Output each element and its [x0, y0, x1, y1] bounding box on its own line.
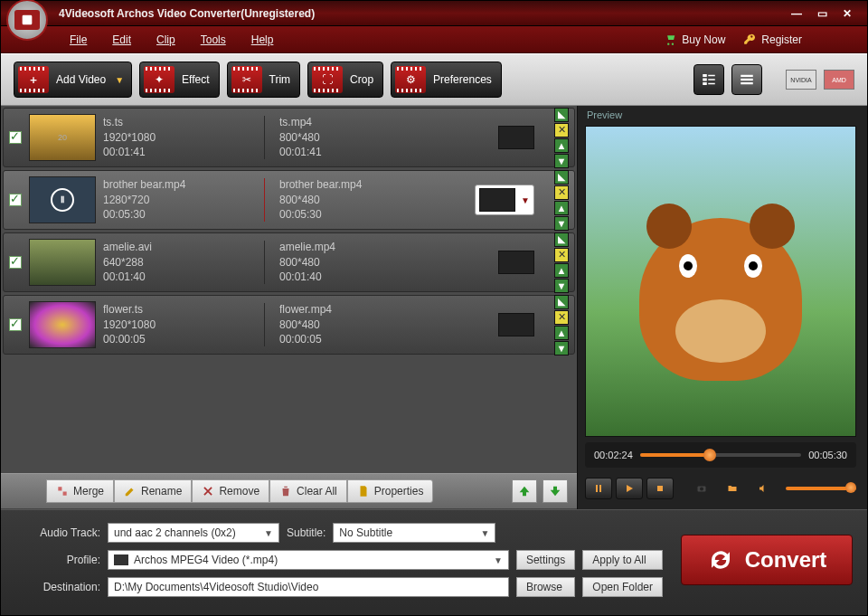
- file-name: brother bear.mp4: [103, 177, 257, 193]
- menu-help[interactable]: Help: [239, 33, 287, 46]
- thumbnail: Ⅱ: [29, 176, 96, 223]
- output-profile-thumb[interactable]: [498, 251, 534, 274]
- thumbnail: [29, 301, 96, 348]
- buy-now-link[interactable]: Buy Now: [655, 33, 734, 46]
- effect-icon: ✦: [144, 66, 175, 93]
- volume-slider[interactable]: [786, 487, 856, 490]
- audiotrack-select[interactable]: und aac 2 channels (0x2)▼: [108, 523, 279, 543]
- menu-tools[interactable]: Tools: [188, 33, 239, 46]
- time-current: 00:02:24: [594, 450, 633, 460]
- menu-edit[interactable]: Edit: [99, 33, 144, 46]
- movedown-icon[interactable]: ▼: [554, 216, 569, 231]
- output-name: ts.mp4: [279, 115, 408, 130]
- profile-select[interactable]: Archos MPEG4 Video (*.mp4) ▼: [108, 550, 509, 570]
- file-row[interactable]: flower.ts 1920*1080 00:00:05 flower.mp4 …: [3, 295, 575, 355]
- key-icon: [743, 33, 756, 46]
- move-down-button[interactable]: [542, 479, 568, 503]
- maximize-button[interactable]: ▭: [813, 6, 831, 21]
- add-video-button[interactable]: ＋ Add Video ▼: [14, 62, 132, 98]
- file-resolution: 1920*1080: [103, 317, 257, 333]
- rename-button[interactable]: Rename: [114, 479, 192, 503]
- destination-input[interactable]: D:\My Documents\4Videosoft Studio\Video: [108, 577, 509, 597]
- output-resolution: 800*480: [279, 317, 408, 333]
- file-name: amelie.avi: [103, 240, 257, 255]
- output-profile-thumb[interactable]: [498, 126, 534, 149]
- view-list-button[interactable]: [731, 64, 762, 95]
- preferences-button[interactable]: ⚙ Preferences: [391, 62, 502, 98]
- menu-clip[interactable]: Clip: [144, 33, 188, 46]
- movedown-icon[interactable]: ▼: [554, 341, 569, 355]
- moveup-icon[interactable]: ▲: [554, 138, 569, 153]
- moveup-icon[interactable]: ▲: [554, 263, 569, 278]
- movedown-icon[interactable]: ▼: [554, 279, 569, 293]
- expand-icon[interactable]: ◣: [554, 295, 569, 309]
- minimize-button[interactable]: —: [788, 6, 806, 21]
- clear-all-button[interactable]: Clear All: [269, 479, 347, 503]
- scissors-icon: ✂: [231, 66, 262, 93]
- audiotrack-label: Audio Track:: [15, 526, 100, 539]
- close-button[interactable]: ✕: [838, 6, 856, 21]
- output-name: amelie.mp4: [279, 240, 408, 255]
- play-button[interactable]: [616, 478, 643, 499]
- thumbnail: 20: [29, 114, 96, 161]
- checkbox[interactable]: [9, 194, 22, 206]
- open-folder-button[interactable]: Open Folder: [582, 577, 663, 597]
- browse-button[interactable]: Browse: [516, 577, 575, 597]
- crop-button[interactable]: ⛶ Crop: [307, 62, 383, 98]
- volume-icon: [750, 478, 777, 499]
- properties-button[interactable]: Properties: [347, 479, 434, 503]
- app-logo: [6, 0, 48, 41]
- subtitle-select[interactable]: No Subtitle▼: [333, 523, 495, 543]
- expand-icon[interactable]: ◣: [554, 170, 569, 185]
- svg-rect-10: [596, 485, 598, 492]
- output-profile-thumb[interactable]: [498, 313, 534, 336]
- expand-icon[interactable]: ◣: [554, 108, 569, 122]
- file-duration: 00:00:05: [103, 332, 257, 347]
- output-name: flower.mp4: [279, 302, 408, 317]
- svg-rect-8: [741, 79, 753, 81]
- file-row[interactable]: amelie.avi 640*288 00:01:40 amelie.mp4 8…: [3, 232, 575, 292]
- movedown-icon[interactable]: ▼: [554, 154, 569, 168]
- output-duration: 00:01:41: [279, 145, 408, 160]
- register-link[interactable]: Register: [734, 33, 811, 46]
- trim-button[interactable]: ✂ Trim: [227, 62, 301, 98]
- time-total: 00:05:30: [808, 450, 847, 460]
- remove-icon[interactable]: ✕: [554, 123, 569, 137]
- chevron-down-icon: ▼: [115, 75, 131, 85]
- menu-file[interactable]: File: [57, 33, 99, 46]
- view-thumbnails-button[interactable]: [693, 64, 724, 95]
- pause-button[interactable]: [585, 478, 612, 499]
- merge-button[interactable]: Merge: [46, 479, 114, 503]
- moveup-icon[interactable]: ▲: [554, 201, 569, 215]
- checkbox[interactable]: [9, 131, 22, 144]
- preview-label: Preview: [578, 106, 867, 126]
- seek-slider[interactable]: [640, 453, 801, 457]
- file-name: flower.ts: [103, 302, 257, 317]
- checkbox[interactable]: [9, 256, 22, 269]
- snapshot-button[interactable]: [688, 478, 715, 499]
- add-icon: ＋: [18, 66, 49, 93]
- svg-rect-3: [703, 82, 707, 85]
- remove-icon[interactable]: ✕: [554, 185, 569, 200]
- move-up-button[interactable]: [512, 479, 537, 503]
- remove-icon[interactable]: ✕: [554, 310, 569, 325]
- timeline[interactable]: 00:02:24 00:05:30: [585, 442, 856, 468]
- remove-button[interactable]: Remove: [192, 479, 269, 503]
- output-duration: 00:00:05: [279, 332, 408, 347]
- remove-icon[interactable]: ✕: [554, 248, 569, 262]
- convert-button[interactable]: Convert: [681, 535, 853, 585]
- thumbnail: [29, 239, 96, 286]
- settings-button[interactable]: Settings: [516, 550, 575, 570]
- output-profile-selector[interactable]: ▼: [475, 185, 534, 215]
- file-row[interactable]: 20 ts.ts 1920*1080 00:01:41 ts.mp4 800*4…: [3, 108, 575, 167]
- expand-icon[interactable]: ◣: [554, 232, 569, 247]
- open-folder-button[interactable]: [719, 478, 746, 499]
- moveup-icon[interactable]: ▲: [554, 326, 569, 340]
- effect-button[interactable]: ✦ Effect: [139, 62, 219, 98]
- output-resolution: 800*480: [279, 193, 408, 208]
- file-row[interactable]: Ⅱ brother bear.mp4 1280*720 00:05:30 bro…: [3, 170, 575, 230]
- stop-button[interactable]: [646, 478, 674, 499]
- apply-all-button[interactable]: Apply to All: [582, 550, 663, 570]
- pause-overlay-icon: Ⅱ: [51, 188, 74, 212]
- checkbox[interactable]: [9, 318, 22, 331]
